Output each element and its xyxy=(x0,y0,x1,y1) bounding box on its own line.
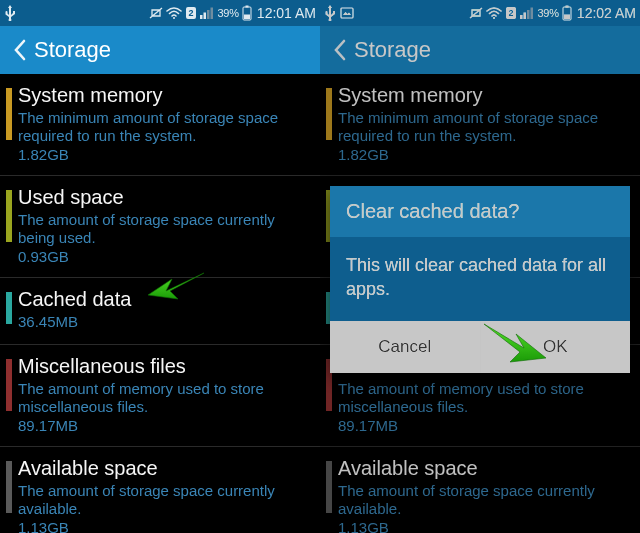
svg-rect-3 xyxy=(200,15,203,19)
row-misc-files[interactable]: Miscellaneous files The amount of memory… xyxy=(0,345,320,447)
svg-rect-20 xyxy=(564,15,570,20)
battery-percent: 39% xyxy=(217,7,238,19)
wifi-icon xyxy=(486,7,502,19)
svg-rect-5 xyxy=(207,10,210,19)
clock: 12:02 AM xyxy=(577,5,636,21)
color-marker xyxy=(6,292,12,324)
storage-list: System memory The minimum amount of stor… xyxy=(0,74,320,533)
svg-rect-10 xyxy=(341,8,353,18)
svg-rect-14 xyxy=(520,15,523,19)
color-marker xyxy=(6,88,12,140)
row-desc: The minimum amount of storage space requ… xyxy=(18,109,306,145)
dialog-title: Clear cached data? xyxy=(330,186,630,237)
status-right: 2 39% 12:02 AM xyxy=(469,5,636,21)
back-icon[interactable] xyxy=(6,39,34,61)
color-marker xyxy=(6,359,12,411)
row-value: 36.45MB xyxy=(18,313,306,330)
status-bar: 2 39% 12:01 AM xyxy=(0,0,320,26)
no-sim-icon xyxy=(149,7,163,19)
row-used-space[interactable]: Used space The amount of storage space c… xyxy=(0,176,320,278)
signal-icon xyxy=(520,7,534,19)
signal-icon xyxy=(200,7,214,19)
row-value: 0.93GB xyxy=(18,248,306,265)
row-title: Available space xyxy=(338,457,626,480)
row-title: System memory xyxy=(338,84,626,107)
page-title: Storage xyxy=(354,37,431,63)
page-title: Storage xyxy=(34,37,111,63)
status-bar: 2 39% 12:02 AM xyxy=(320,0,640,26)
row-value: 1.13GB xyxy=(338,519,626,533)
row-available-space[interactable]: Available space The amount of storage sp… xyxy=(320,447,640,533)
sim-badge: 2 xyxy=(505,6,517,20)
battery-icon xyxy=(242,5,252,21)
title-bar[interactable]: Storage xyxy=(320,26,640,74)
svg-point-0 xyxy=(173,17,175,19)
row-title: Miscellaneous files xyxy=(18,355,306,378)
row-title: Available space xyxy=(18,457,306,480)
arrow-annotation-icon xyxy=(146,269,206,303)
status-left xyxy=(324,5,354,21)
no-sim-icon xyxy=(469,7,483,19)
battery-icon xyxy=(562,5,572,21)
status-right: 2 39% 12:01 AM xyxy=(149,5,316,21)
sim-badge: 2 xyxy=(185,6,197,20)
dialog-body: This will clear cached data for all apps… xyxy=(330,237,630,321)
color-marker xyxy=(326,88,332,140)
svg-point-11 xyxy=(493,17,495,19)
row-value: 1.82GB xyxy=(18,146,306,163)
usb-icon xyxy=(4,5,16,21)
row-value: 1.82GB xyxy=(338,146,626,163)
screen-right: 2 39% 12:02 AM Storage System memory The… xyxy=(320,0,640,533)
wifi-icon xyxy=(166,7,182,19)
svg-rect-4 xyxy=(204,13,207,20)
row-title: Used space xyxy=(18,186,306,209)
color-marker xyxy=(6,190,12,242)
row-value: 1.13GB xyxy=(18,519,306,533)
row-desc: The amount of storage space currently be… xyxy=(18,211,306,247)
svg-rect-16 xyxy=(527,10,530,19)
row-value: 89.17MB xyxy=(18,417,306,434)
screenshot-icon xyxy=(340,7,354,19)
row-system-memory[interactable]: System memory The minimum amount of stor… xyxy=(0,74,320,176)
svg-rect-8 xyxy=(245,6,248,8)
row-value: 89.17MB xyxy=(338,417,626,434)
color-marker xyxy=(326,461,332,513)
row-title: System memory xyxy=(18,84,306,107)
row-desc: The amount of storage space currently av… xyxy=(18,482,306,518)
color-marker xyxy=(6,461,12,513)
cancel-button[interactable]: Cancel xyxy=(330,321,481,373)
row-desc: The amount of storage space currently av… xyxy=(338,482,626,518)
svg-rect-15 xyxy=(524,13,527,20)
row-desc: The minimum amount of storage space requ… xyxy=(338,109,626,145)
clock: 12:01 AM xyxy=(257,5,316,21)
status-left xyxy=(4,5,16,21)
row-system-memory[interactable]: System memory The minimum amount of stor… xyxy=(320,74,640,176)
back-icon[interactable] xyxy=(326,39,354,61)
battery-percent: 39% xyxy=(537,7,558,19)
row-desc: The amount of memory used to store misce… xyxy=(18,380,306,416)
row-available-space[interactable]: Available space The amount of storage sp… xyxy=(0,447,320,533)
usb-icon xyxy=(324,5,336,21)
row-desc: The amount of memory used to store misce… xyxy=(338,380,626,416)
svg-text:2: 2 xyxy=(509,8,514,18)
svg-rect-19 xyxy=(565,6,568,8)
screen-left: 2 39% 12:01 AM Storage System memory The… xyxy=(0,0,320,533)
arrow-annotation-icon xyxy=(480,322,550,368)
svg-rect-17 xyxy=(531,8,534,20)
title-bar[interactable]: Storage xyxy=(0,26,320,74)
svg-rect-6 xyxy=(211,8,214,20)
svg-text:2: 2 xyxy=(189,8,194,18)
svg-rect-9 xyxy=(244,15,250,20)
